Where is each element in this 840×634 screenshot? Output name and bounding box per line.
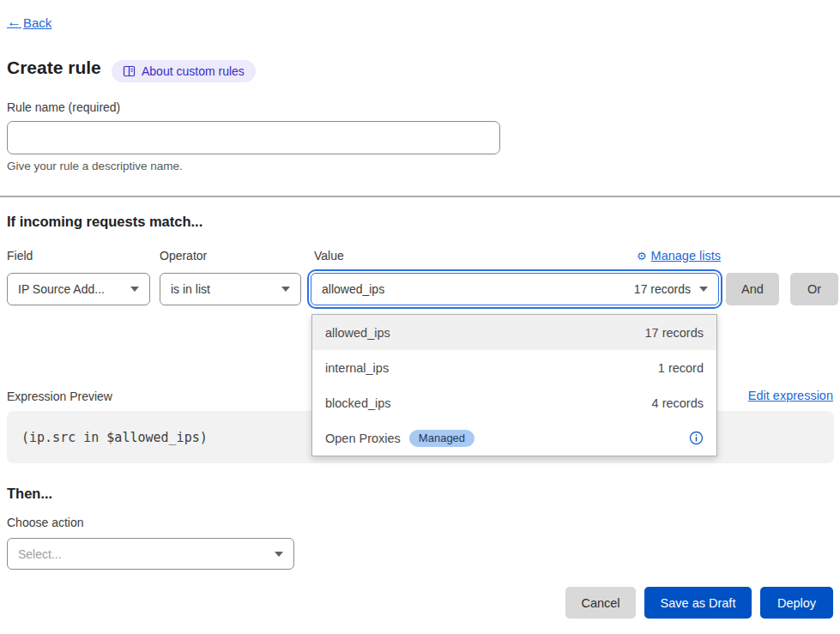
expression-code: (ip.src in $allowed_ips) [21,430,208,445]
manage-lists-link[interactable]: ⚙ Manage lists [637,249,721,263]
chevron-down-icon [275,552,283,557]
page-title: Create rule [7,57,101,78]
action-select-placeholder: Select... [18,547,62,561]
chevron-down-icon [699,287,708,292]
match-section-heading: If incoming requests match... [7,214,202,230]
list-item-allowed-ips[interactable]: allowed_ips 17 records [312,315,716,350]
footer-actions: Cancel Save as Draft Deploy [565,587,833,619]
operator-select-value: is in list [171,282,210,296]
choose-action-label: Choose action [7,516,84,529]
list-item-blocked-ips[interactable]: blocked_ips 4 records [312,385,716,420]
field-select-value: IP Source Add... [18,282,105,296]
about-custom-rules-link[interactable]: About custom rules [112,60,256,82]
back-label: Back [23,15,51,30]
operator-label: Operator [160,249,207,263]
gear-icon: ⚙ [637,250,647,263]
list-item-records: 17 records [644,326,704,340]
book-icon [123,65,136,77]
save-as-draft-button[interactable]: Save as Draft [644,587,752,619]
rule-name-helper-text: Give your rule a descriptive name. [7,160,183,172]
list-item-name: blocked_ips [325,396,391,410]
operator-select[interactable]: is in list [160,273,301,305]
value-label: Value [314,249,344,263]
chevron-down-icon [281,287,290,292]
and-button[interactable]: And [726,273,779,305]
rule-name-input[interactable] [7,121,500,154]
field-select[interactable]: IP Source Add... [7,273,150,305]
create-rule-page: ←Back Create rule About custom rules Rul… [0,0,840,634]
edit-expression-link[interactable]: Edit expression [748,389,833,402]
section-divider [0,196,840,197]
list-item-name: internal_ips [325,361,389,375]
rule-name-label: Rule name (required) [7,100,120,114]
value-select[interactable]: allowed_ips 17 records [311,273,719,305]
info-icon[interactable] [689,431,704,445]
about-custom-rules-label: About custom rules [142,64,245,78]
list-item-records: 4 records [652,396,704,410]
deploy-button[interactable]: Deploy [760,587,833,619]
chevron-down-icon [130,287,139,292]
value-select-records: 17 records [634,282,691,296]
list-item-name: Open Proxies [325,432,401,445]
or-button[interactable]: Or [790,273,838,305]
list-item-internal-ips[interactable]: internal_ips 1 record [312,350,716,385]
list-item-name: allowed_ips [325,326,390,340]
managed-badge: Managed [409,430,474,447]
then-section-heading: Then... [7,486,52,502]
action-select[interactable]: Select... [7,538,294,570]
list-item-records: 1 record [658,361,704,375]
back-link[interactable]: ←Back [7,14,51,31]
manage-lists-label: Manage lists [651,249,721,263]
expression-preview-label: Expression Preview [7,389,112,403]
value-select-selected: allowed_ips [322,282,384,296]
field-label: Field [7,249,33,263]
cancel-button[interactable]: Cancel [565,587,636,619]
value-dropdown-panel: allowed_ips 17 records internal_ips 1 re… [311,314,717,456]
back-arrow-icon: ← [7,14,21,31]
list-item-open-proxies[interactable]: Open Proxies Managed [312,420,716,456]
